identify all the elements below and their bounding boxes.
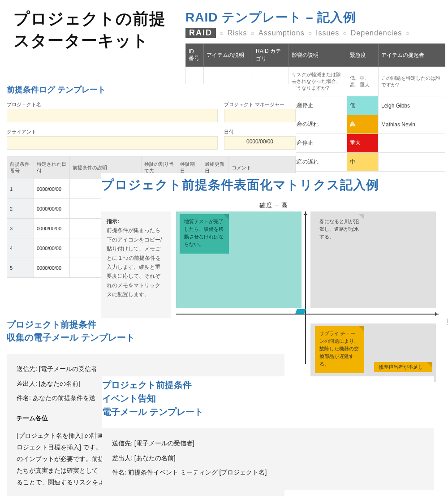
label-project: プロジェクト名: [7, 101, 218, 108]
axis-right-label: 未知: [446, 312, 448, 315]
axis-top-label: 確度 – 高: [101, 202, 446, 210]
raid-subtitle: RAID ○Risks ○Assumptions ○Issues ○Depend…: [185, 28, 445, 38]
label-client: クライアント: [7, 129, 218, 135]
sticky-note-grey[interactable]: 春になると川が氾濫し、道路が冠水する。: [315, 214, 364, 246]
sticky-note-teal[interactable]: 地質テストが完了したら、設備を移動させなければならない。: [180, 214, 229, 254]
input-date[interactable]: 0000/00/00: [224, 136, 296, 150]
matrix-title: プロジェクト前提条件表面化マトリクス記入例: [101, 177, 446, 194]
main-title: プロジェクトの前提 スターターキット: [13, 8, 166, 52]
sticky-note-amber-2[interactable]: 修理担当者が不足し: [374, 362, 432, 372]
raid-title: RAID テンプレート – 記入例: [185, 9, 445, 26]
title-line1: プロジェクトの前提: [13, 9, 166, 28]
input-project[interactable]: [7, 109, 218, 122]
input-manager[interactable]: [224, 109, 296, 122]
axis-vertical: [305, 211, 306, 364]
label-manager: プロジェクト マネージャー: [224, 101, 296, 108]
input-client[interactable]: [7, 136, 218, 150]
alog-title: 前提条件ログ テンプレート: [7, 84, 296, 95]
raid-badge: RAID: [185, 28, 216, 38]
axis-horizontal: [176, 314, 439, 315]
email-template-event: プロジェクト前提条件 イベント告知 電子メール テンプレート 送信先: [電子メ…: [102, 376, 434, 490]
label-date: 日付: [224, 129, 296, 135]
title-line2: スターターキット: [13, 31, 149, 50]
sticky-note-amber[interactable]: サプライ チェーンの問題により、故障した機器の交換部品が遅延する。: [315, 326, 364, 373]
axis-marker-icon: [295, 309, 306, 314]
